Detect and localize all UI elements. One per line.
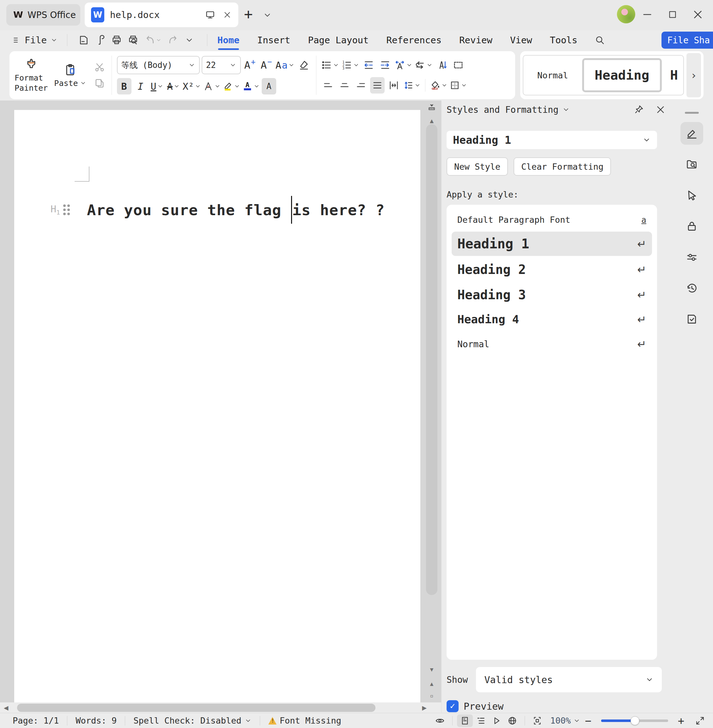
text-direction-button[interactable] [414, 57, 433, 73]
lock-button[interactable] [680, 215, 703, 238]
highlight-color-button[interactable] [222, 78, 240, 94]
panel-close-icon[interactable] [655, 104, 665, 115]
style-item-normal[interactable]: Normal ↵ [452, 333, 652, 355]
sidebar-collapse-handle[interactable] [685, 112, 699, 114]
style-item-heading-2[interactable]: Heading 2 ↵ [452, 258, 652, 281]
tab-references[interactable]: References [386, 32, 443, 48]
file-menu[interactable]: File [13, 35, 58, 46]
redo-icon[interactable] [165, 33, 181, 48]
close-button[interactable] [691, 7, 705, 21]
superscript-button[interactable]: X² [183, 78, 201, 94]
gallery-style-normal[interactable]: Normal [524, 70, 582, 80]
tab-list-chevron-icon[interactable] [263, 11, 272, 19]
page-indicator[interactable]: Page: 1/1 [13, 716, 59, 725]
fullscreen-icon[interactable] [692, 715, 708, 727]
previous-page-button[interactable]: ▲ [422, 680, 441, 687]
vertical-scrollbar[interactable]: ▲ ▼ ▲ ▫ ▼ [422, 100, 441, 713]
increase-font-icon[interactable]: A+ [243, 57, 257, 73]
font-name-select[interactable]: 等线 (Body) [117, 56, 200, 74]
justify-button[interactable] [370, 77, 385, 94]
tasks-check-button[interactable] [680, 308, 703, 331]
tab-tools[interactable]: Tools [549, 32, 578, 48]
spell-check-status[interactable]: Spell Check: Disabled [133, 716, 251, 725]
font-color-button[interactable]: A [242, 78, 260, 94]
shading-fill-button[interactable] [430, 77, 447, 94]
scroll-left-arrow[interactable]: ◀ [4, 703, 8, 712]
select-cursor-button[interactable] [680, 184, 703, 207]
style-item-heading-4[interactable]: Heading 4 ↵ [452, 308, 652, 330]
document-page[interactable]: H1 Are you sure the flag is here? ? [14, 110, 420, 703]
gallery-expand-button[interactable]: › [686, 53, 701, 97]
font-missing-warning[interactable]: Font Missing [268, 716, 341, 725]
fit-page-icon[interactable] [530, 715, 545, 727]
toolbar-more-chevron-icon[interactable] [181, 33, 197, 48]
print-icon[interactable] [108, 33, 125, 48]
strikethrough-button[interactable]: A [166, 78, 181, 94]
new-tab-button[interactable]: + [244, 7, 253, 21]
paste-button[interactable]: Paste [51, 51, 89, 99]
zoom-slider[interactable] [601, 719, 668, 722]
word-count[interactable]: Words: 9 [76, 716, 116, 725]
tab-review[interactable]: Review [459, 32, 493, 48]
format-painter-button[interactable]: FormatPainter [11, 51, 51, 99]
outline-view-icon[interactable] [473, 715, 489, 727]
maximize-button[interactable] [665, 7, 680, 21]
decrease-font-icon[interactable]: A− [259, 57, 274, 73]
tab-home[interactable]: Home [217, 32, 240, 48]
undo-icon[interactable] [141, 33, 165, 48]
web-layout-icon[interactable] [504, 715, 520, 727]
current-style-select[interactable]: Heading 1 [447, 131, 657, 149]
decrease-indent-button[interactable] [361, 57, 376, 73]
horizontal-scrollbar[interactable]: ◀ ▶ [0, 703, 441, 713]
document-area[interactable]: H1 Are you sure the flag is here? ? ▲ ▼ … [0, 100, 441, 713]
browse-object-button[interactable]: ▫ [422, 692, 441, 699]
show-styles-select[interactable]: Valid styles [476, 667, 662, 692]
copy-icon[interactable] [94, 77, 105, 89]
search-icon[interactable] [595, 35, 605, 46]
show-marks-button[interactable] [451, 57, 465, 73]
align-center-button[interactable] [337, 77, 352, 94]
pin-icon[interactable] [633, 104, 644, 115]
style-item-default-paragraph-font[interactable]: Default Paragraph Font a [452, 210, 652, 229]
align-right-button[interactable] [354, 77, 368, 94]
edit-pen-button[interactable] [680, 122, 703, 145]
underline-button[interactable]: U [150, 78, 164, 94]
print-preview-icon[interactable] [125, 33, 141, 48]
gallery-style-heading[interactable]: Heading [582, 58, 662, 92]
clear-formatting-button[interactable]: Clear Formatting [513, 157, 611, 176]
font-size-select[interactable]: 22 [201, 56, 241, 74]
tab-page-layout[interactable]: Page Layout [307, 32, 369, 48]
zoom-chevron-icon[interactable] [573, 717, 580, 724]
borders-button[interactable] [449, 77, 467, 94]
new-style-button[interactable]: New Style [447, 157, 508, 176]
screen-share-icon[interactable] [205, 9, 216, 20]
minimize-button[interactable] [640, 7, 654, 21]
style-item-heading-1[interactable]: Heading 1 ↵ [452, 232, 652, 256]
distribute-button[interactable] [386, 77, 401, 94]
change-case-icon[interactable]: Aa [276, 57, 295, 73]
scroll-right-arrow[interactable]: ▶ [422, 703, 427, 712]
horizontal-scroll-thumb[interactable] [17, 704, 376, 712]
align-left-button[interactable] [321, 77, 335, 94]
settings-sliders-button[interactable] [680, 246, 703, 269]
bold-button[interactable]: B [117, 78, 131, 94]
file-share-button[interactable]: File Sha [661, 31, 713, 49]
eye-protection-icon[interactable] [432, 715, 448, 727]
tab-view[interactable]: View [509, 32, 533, 48]
document-heading-text[interactable]: Are you sure the flag is here? ? [87, 196, 385, 224]
line-spacing-button[interactable] [403, 77, 421, 94]
zoom-level[interactable]: 100% [550, 716, 571, 725]
collapse-ribbon-icon[interactable] [427, 103, 437, 113]
scroll-down-arrow[interactable]: ▼ [422, 666, 441, 673]
scroll-up-arrow[interactable]: ▲ [422, 117, 441, 125]
tab-insert[interactable]: Insert [257, 32, 291, 48]
cut-icon[interactable] [94, 62, 105, 73]
bullet-list-button[interactable] [321, 57, 339, 73]
save-icon[interactable] [76, 33, 92, 48]
page-view-icon[interactable] [457, 715, 473, 727]
character-scale-button[interactable] [394, 57, 412, 73]
user-avatar[interactable] [617, 5, 635, 23]
export-pdf-icon[interactable] [92, 33, 108, 48]
read-mode-icon[interactable] [489, 715, 504, 727]
zoom-in-button[interactable]: + [673, 715, 689, 727]
